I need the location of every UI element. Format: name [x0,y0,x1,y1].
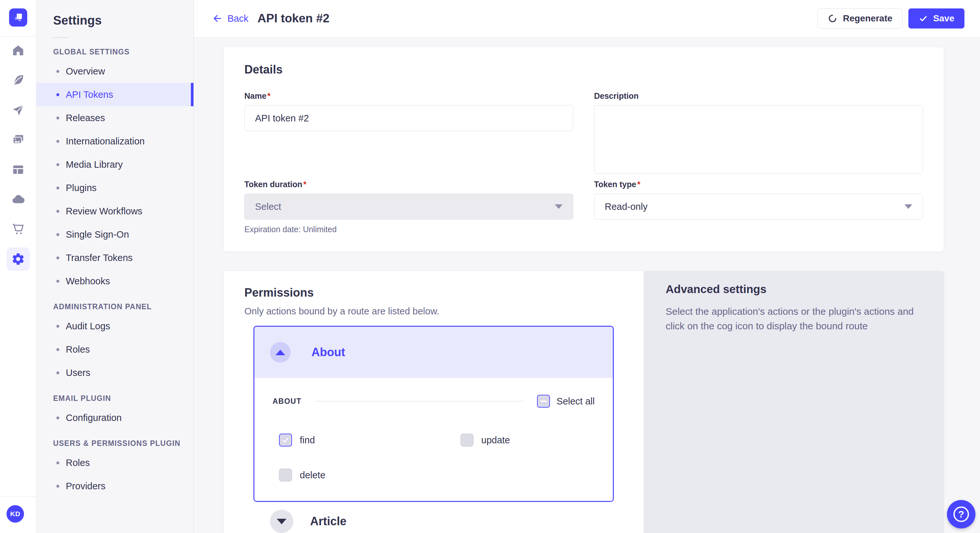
bullet-icon [56,348,59,351]
bullet-icon [56,163,59,166]
media-library-icon[interactable] [6,128,30,152]
select-all-checkbox[interactable] [537,395,550,408]
sidebar-item-review-workflows[interactable]: Review Workflows [36,200,194,223]
accordion-about: About ABOUT Select all findupdatedelete [253,326,614,502]
settings-menu: GLOBAL SETTINGSOverviewAPI TokensRelease… [36,48,194,498]
cloud-icon[interactable] [6,188,30,211]
settings-sidebar: Settings GLOBAL SETTINGSOverviewAPI Toke… [36,0,194,533]
advanced-settings-panel: Advanced settings Select the application… [644,271,944,533]
sidebar-item-configuration[interactable]: Configuration [36,406,194,429]
strapi-logo-icon[interactable] [9,8,27,27]
sidebar-item-label: Transfer Tokens [66,252,132,263]
accordion-article-header[interactable]: Article [270,510,614,533]
permissions-subtitle: Only actions bound by a route are listed… [244,306,614,317]
cart-icon[interactable] [6,217,30,241]
sidebar-item-webhooks[interactable]: Webhooks [36,270,194,293]
sidebar-item-label: Configuration [66,412,122,423]
sidebar-item-overview[interactable]: Overview [36,60,194,83]
help-button[interactable]: ? [947,500,975,528]
sidebar-item-single-sign-on[interactable]: Single Sign-On [36,223,194,246]
bullet-icon [56,140,59,143]
sidebar-item-media-library[interactable]: Media Library [36,153,194,176]
accordion-about-header[interactable]: About [255,327,613,378]
sidebar-item-label: Audit Logs [66,321,110,332]
accordion-article-label: Article [310,514,347,528]
permission-actions-grid: findupdatedelete [272,434,595,482]
token-duration-select[interactable]: Select [244,194,573,219]
rail-bottom-divider [0,497,36,497]
update-checkbox[interactable] [460,434,474,447]
regenerate-label: Regenerate [843,13,892,24]
home-icon[interactable] [6,39,30,62]
sidebar-item-label: Roles [66,458,90,468]
name-field-wrapper: Name* [244,91,573,131]
indeterminate-dash-icon [540,401,547,402]
sidebar-item-label: Single Sign-On [66,229,129,240]
bullet-icon [56,462,59,464]
delete-checkbox[interactable] [279,468,292,482]
chevron-down-icon [555,204,563,209]
advanced-settings-heading: Advanced settings [666,283,923,296]
advanced-settings-text: Select the application's actions or the … [666,304,923,333]
feather-icon[interactable] [6,69,30,92]
sidebar-item-transfer-tokens[interactable]: Transfer Tokens [36,246,194,270]
sidebar-title: Settings [53,14,194,27]
permission-action-label: find [300,435,315,446]
sidebar-item-plugins[interactable]: Plugins [36,176,194,200]
regenerate-button[interactable]: Regenerate [817,8,902,29]
name-input[interactable] [244,105,573,131]
bullet-icon [56,93,59,96]
select-all-control[interactable]: Select all [537,395,595,408]
section-label: ADMINISTRATION PANEL [53,303,186,311]
gear-icon[interactable] [6,247,30,271]
collapse-arrow-icon[interactable] [270,342,291,363]
sidebar-item-internationalization[interactable]: Internationalization [36,130,194,153]
token-type-select[interactable]: Read-only [594,194,923,219]
permission-action-label: update [481,435,510,446]
main-area: Back API token #2 Regenerate [194,0,980,533]
check-icon [918,14,928,23]
group-divider [315,401,523,401]
header-actions: Regenerate Save [817,8,964,29]
save-button[interactable]: Save [908,8,964,29]
details-card: Details Name* Description Token [224,47,944,252]
token-duration-label-text: Token duration [244,180,302,189]
sidebar-item-roles[interactable]: Roles [36,338,194,361]
token-type-label: Token type* [594,180,923,189]
expand-arrow-icon[interactable] [270,510,293,533]
avatar[interactable]: KD [6,505,24,523]
sidebar-item-api-tokens[interactable]: API Tokens [36,83,194,106]
sidebar-item-label: Review Workflows [66,206,142,217]
sidebar-title-divider [53,37,69,38]
layout-icon[interactable] [6,158,30,181]
permissions-card: Permissions Only actions bound by a rout… [224,271,944,533]
rail-divider [0,36,36,36]
description-label: Description [594,91,923,101]
token-type-value: Read-only [605,201,648,212]
description-textarea[interactable] [594,105,923,174]
sidebar-item-users[interactable]: Users [36,361,194,384]
paper-plane-icon[interactable] [6,98,30,122]
token-type-field-wrapper: Token type* Read-only [594,180,923,219]
find-checkbox[interactable] [279,434,292,447]
name-label-text: Name [244,91,266,101]
sidebar-item-label: Users [66,368,91,378]
chevron-down-icon [905,204,912,209]
permission-action-find[interactable]: find [279,434,460,447]
back-link[interactable]: Back [212,13,248,24]
back-arrow-icon [212,13,223,24]
sidebar-item-audit-logs[interactable]: Audit Logs [36,314,194,338]
sidebar-item-roles[interactable]: Roles [36,451,194,474]
save-label: Save [933,13,955,24]
permission-action-delete[interactable]: delete [279,468,460,482]
permission-action-update[interactable]: update [460,434,595,447]
page-content: Details Name* Description Token [194,37,980,533]
sidebar-item-label: Releases [66,113,105,124]
question-mark-icon: ? [953,506,969,522]
page-title: API token #2 [257,12,329,25]
sidebar-item-label: Webhooks [66,276,110,287]
sidebar-item-releases[interactable]: Releases [36,106,194,130]
sidebar-item-providers[interactable]: Providers [36,474,194,498]
section-label: EMAIL PLUGIN [53,394,186,403]
sidebar-item-label: Plugins [66,182,97,194]
